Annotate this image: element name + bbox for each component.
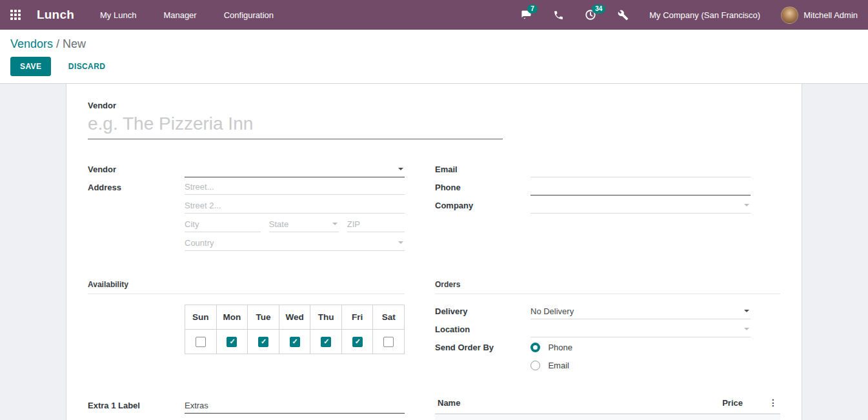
orders-section-title: Orders (435, 280, 780, 294)
top-navbar: Lunch My Lunch Manager Configuration 7 3… (0, 0, 868, 30)
company-input[interactable] (530, 201, 742, 210)
day-header: Sun (185, 305, 217, 330)
day-checkbox-sun[interactable] (196, 337, 206, 347)
day-checkbox-sat[interactable] (383, 337, 394, 347)
tools-icon[interactable] (616, 8, 630, 21)
phone-label: Phone (435, 183, 530, 192)
delivery-input[interactable] (530, 306, 742, 316)
day-checkbox-wed[interactable] (290, 337, 300, 347)
country-select[interactable] (185, 234, 405, 251)
day-header: Wed (279, 305, 310, 330)
vendor-field-label: Vendor (88, 165, 185, 174)
location-label: Location (435, 325, 530, 334)
street2-field[interactable] (185, 197, 405, 214)
zip-field[interactable] (347, 215, 405, 232)
activities-count-badge: 34 (592, 5, 605, 14)
send-by-phone-radio[interactable] (530, 343, 540, 352)
state-input[interactable] (269, 219, 330, 229)
optional-columns-icon[interactable]: ⋮ (760, 397, 778, 408)
breadcrumb-separator: / (53, 37, 63, 50)
activities-icon[interactable]: 34 (583, 8, 598, 21)
extra1-label: Extra 1 Label (88, 401, 185, 410)
phone-icon[interactable] (551, 8, 565, 21)
send-by-email-label: Email (548, 361, 569, 370)
breadcrumb-vendors[interactable]: Vendors (10, 37, 53, 50)
form-background: Vendor Vendor Address (0, 84, 868, 420)
day-header: Sat (373, 305, 405, 330)
extra1-field[interactable] (185, 397, 405, 414)
company-select[interactable] (530, 197, 751, 214)
messages-icon[interactable]: 7 (519, 8, 533, 21)
list-header-name: Name (438, 398, 698, 408)
send-order-by-label: Send Order By (435, 343, 530, 352)
availability-section-title: Availability (88, 280, 405, 294)
vendor-title-label: Vendor (88, 101, 780, 110)
control-panel: Vendors / New SAVE DISCARD (0, 30, 868, 84)
app-name: Lunch (37, 8, 74, 22)
zip-input[interactable] (347, 219, 396, 229)
city-input[interactable] (185, 219, 252, 229)
day-checkbox-mon[interactable] (227, 337, 237, 347)
phone-input[interactable] (530, 183, 742, 192)
street2-input[interactable] (185, 201, 396, 210)
extras-list: Name Price ⋮ Add a line (435, 396, 780, 420)
availability-days-table: Sun Mon Tue Wed Thu Fri Sat (185, 305, 405, 354)
add-a-line-link[interactable]: Add a line (435, 414, 780, 420)
city-field[interactable] (185, 215, 261, 232)
vendor-name-input[interactable] (88, 110, 503, 139)
user-avatar (781, 6, 798, 24)
company-label: Company (435, 201, 530, 210)
email-input[interactable] (530, 165, 742, 174)
country-input[interactable] (185, 238, 396, 248)
save-button[interactable]: SAVE (10, 57, 51, 76)
send-by-phone-label: Phone (548, 343, 572, 352)
company-switcher[interactable]: My Company (San Francisco) (649, 10, 760, 20)
email-field[interactable] (530, 161, 751, 177)
extra1-input[interactable] (185, 401, 396, 410)
address-label: Address (88, 178, 185, 192)
user-menu[interactable]: Mitchell Admin (781, 6, 858, 24)
breadcrumb-current: New (63, 37, 86, 50)
extra1-quantity-select[interactable] (185, 415, 405, 420)
breadcrumb: Vendors / New (10, 37, 858, 51)
delivery-label: Delivery (435, 306, 530, 316)
location-input[interactable] (530, 325, 742, 334)
day-header: Tue (248, 305, 279, 330)
menu-configuration[interactable]: Configuration (220, 1, 278, 29)
day-header: Mon (216, 305, 248, 330)
delivery-select[interactable] (530, 303, 751, 319)
list-header-price: Price (698, 398, 743, 408)
vendor-select[interactable] (185, 161, 405, 177)
discard-button[interactable]: DISCARD (63, 57, 110, 75)
apps-menu-icon[interactable] (10, 10, 21, 21)
street-field[interactable] (185, 178, 405, 195)
menu-manager[interactable]: Manager (159, 1, 200, 29)
day-header: Thu (310, 305, 342, 330)
street-input[interactable] (185, 182, 396, 192)
messages-count-badge: 7 (527, 5, 538, 14)
day-checkbox-thu[interactable] (321, 337, 331, 347)
day-checkbox-fri[interactable] (352, 337, 363, 347)
email-label: Email (435, 165, 530, 174)
day-checkbox-tue[interactable] (258, 337, 268, 347)
send-by-email-radio[interactable] (530, 361, 540, 370)
menu-my-lunch[interactable]: My Lunch (96, 1, 140, 29)
location-select[interactable] (530, 321, 751, 337)
user-name: Mitchell Admin (803, 10, 858, 20)
phone-field[interactable] (530, 179, 751, 195)
form-sheet: Vendor Vendor Address (66, 84, 802, 420)
state-select[interactable] (269, 215, 339, 232)
day-header: Fri (341, 305, 372, 330)
